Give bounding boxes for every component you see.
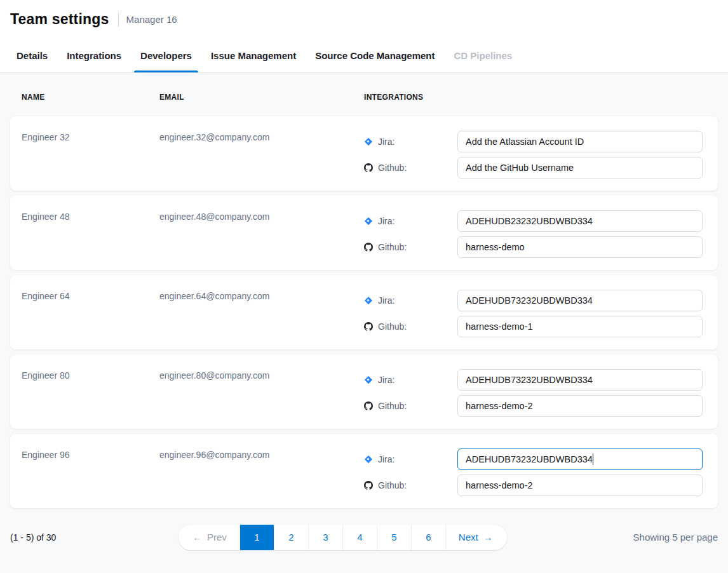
github-username-input[interactable] — [457, 395, 703, 417]
jira-icon — [364, 375, 373, 384]
developer-name: Engineer 80 — [22, 369, 159, 429]
github-icon — [364, 243, 373, 252]
tab-issue-management[interactable]: Issue Management — [210, 39, 297, 72]
jira-icon — [364, 217, 373, 226]
page-button-3[interactable]: 3 — [309, 525, 343, 550]
github-icon — [364, 163, 373, 172]
jira-account-id-input-focused[interactable] — [457, 448, 703, 470]
next-page-button[interactable]: Next→ — [446, 525, 507, 550]
developer-email: engineer.80@company.com — [159, 369, 364, 429]
table-row: Engineer 32 engineer.32@company.com Jira… — [10, 116, 718, 191]
github-label: Github: — [378, 163, 407, 173]
column-header-integrations: INTEGRATIONS — [364, 93, 423, 102]
github-icon — [364, 322, 373, 331]
github-username-input[interactable] — [457, 316, 703, 337]
developer-email: engineer.64@company.com — [159, 290, 364, 349]
team-name: Manager 16 — [126, 14, 177, 25]
jira-account-id-input[interactable] — [457, 210, 703, 232]
text-caret — [593, 454, 594, 465]
tab-developers[interactable]: Developers — [139, 39, 193, 72]
jira-label: Jira: — [378, 454, 394, 464]
tab-details[interactable]: Details — [15, 39, 49, 72]
github-icon — [364, 401, 373, 410]
arrow-right-icon: → — [483, 532, 493, 543]
jira-account-id-input[interactable] — [457, 290, 703, 311]
table-row: Engineer 48 engineer.48@company.com Jira… — [10, 196, 718, 270]
developer-email: engineer.96@company.com — [159, 448, 364, 508]
github-username-input[interactable] — [457, 475, 703, 496]
tab-source-code-management[interactable]: Source Code Management — [314, 39, 436, 72]
tab-cd-pipelines[interactable]: CD Pipelines — [453, 39, 514, 72]
developer-name: Engineer 48 — [22, 210, 159, 270]
github-icon — [364, 481, 373, 490]
developer-name: Engineer 64 — [22, 290, 159, 349]
jira-icon — [364, 455, 373, 464]
github-label: Github: — [378, 401, 407, 411]
result-range-label: (1 - 5) of 30 — [10, 532, 179, 543]
developers-panel: NAME EMAIL INTEGRATIONS Engineer 32 engi… — [0, 73, 728, 550]
table-row: Engineer 96 engineer.96@company.com Jira… — [10, 434, 718, 508]
table-row: Engineer 80 engineer.80@company.com Jira… — [10, 354, 718, 429]
page-button-4[interactable]: 4 — [343, 525, 377, 550]
jira-account-id-input[interactable] — [457, 369, 703, 391]
title-divider — [118, 13, 119, 27]
github-label: Github: — [378, 321, 407, 332]
github-username-input[interactable] — [457, 157, 703, 179]
jira-icon — [364, 137, 373, 146]
table-header: NAME EMAIL INTEGRATIONS — [10, 91, 718, 104]
developer-name: Engineer 32 — [22, 131, 159, 191]
page-header: Team settings Manager 16 — [0, 0, 728, 39]
page-button-1[interactable]: 1 — [240, 525, 274, 550]
jira-account-id-input[interactable] — [457, 131, 703, 152]
table-row: Engineer 64 engineer.64@company.com Jira… — [10, 275, 718, 349]
page-button-6[interactable]: 6 — [412, 525, 446, 550]
per-page-label: Showing 5 per page — [507, 532, 718, 543]
column-header-name: NAME — [22, 93, 159, 102]
column-header-email: EMAIL — [159, 93, 364, 102]
github-label: Github: — [378, 242, 407, 252]
jira-label: Jira: — [378, 375, 394, 385]
developer-email: engineer.48@company.com — [159, 210, 364, 270]
jira-label: Jira: — [378, 295, 394, 306]
page-button-5[interactable]: 5 — [377, 525, 412, 550]
jira-label: Jira: — [378, 216, 394, 226]
jira-label: Jira: — [378, 137, 394, 147]
tab-bar: Details Integrations Developers Issue Ma… — [0, 39, 728, 73]
arrow-left-icon: ← — [192, 532, 202, 543]
developer-list: Engineer 32 engineer.32@company.com Jira… — [10, 116, 718, 508]
page-button-2[interactable]: 2 — [274, 525, 309, 550]
developer-email: engineer.32@company.com — [159, 131, 364, 191]
prev-page-button[interactable]: ←Prev — [179, 525, 240, 550]
github-username-input[interactable] — [457, 236, 703, 258]
github-label: Github: — [378, 480, 407, 490]
tab-integrations[interactable]: Integrations — [65, 39, 123, 72]
pager: ←Prev 1 2 3 4 5 6 Next→ — [179, 525, 507, 550]
jira-icon — [364, 296, 373, 305]
developer-name: Engineer 96 — [22, 448, 159, 508]
pagination-bar: (1 - 5) of 30 ←Prev 1 2 3 4 5 6 Next→ Sh… — [10, 524, 718, 550]
page-title: Team settings — [10, 11, 109, 28]
